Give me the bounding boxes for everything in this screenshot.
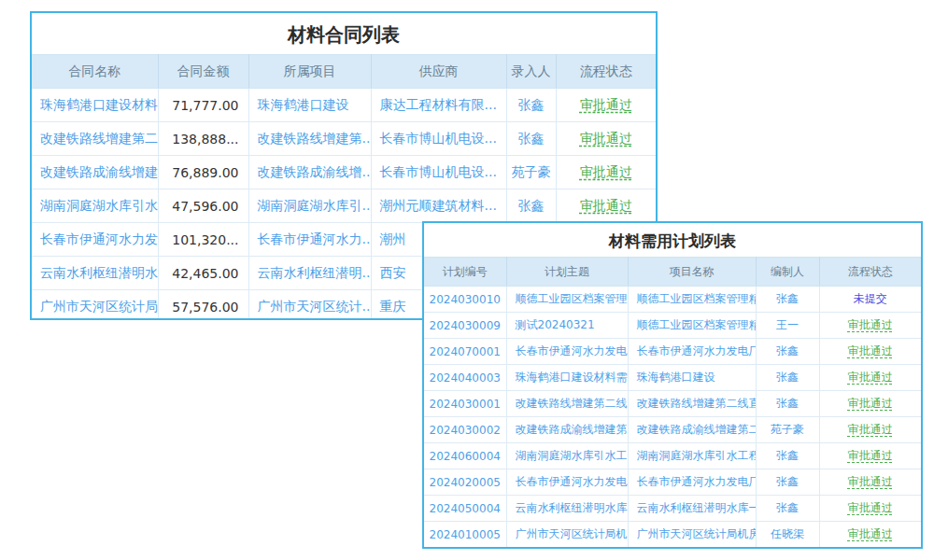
cell-plan-no[interactable]: 2024010005 xyxy=(424,522,506,548)
cell-contract-name[interactable]: 改建铁路线增建第二... xyxy=(32,122,158,156)
cell-plan-author[interactable]: 张鑫 xyxy=(756,339,819,365)
cell-plan-no[interactable]: 2024070001 xyxy=(424,339,506,365)
cell-contract-recorder[interactable]: 苑子豪 xyxy=(506,156,556,189)
cell-plan-subject[interactable]: 长春市伊通河水力发电... xyxy=(506,469,628,496)
cell-contract-project[interactable]: 改建铁路成渝线增... xyxy=(248,156,371,189)
cell-plan-no[interactable]: 2024060004 xyxy=(424,443,506,469)
cell-contract-amount: 138,888... xyxy=(158,122,248,156)
contract-header-row: 合同名称 合同金额 所属项目 供应商 录入人 流程状态 xyxy=(32,55,656,89)
cell-contract-recorder[interactable]: 张鑫 xyxy=(506,89,556,122)
cell-plan-author[interactable]: 张鑫 xyxy=(756,391,819,417)
status-badge[interactable]: 审批通过 xyxy=(819,469,921,496)
cell-plan-project[interactable]: 顺德工业园区档案管理精... xyxy=(628,287,756,313)
cell-contract-name[interactable]: 湖南洞庭湖水库引水... xyxy=(32,189,158,223)
cell-contract-supplier[interactable]: 长春市博山机电设... xyxy=(371,122,506,156)
cell-plan-project[interactable]: 云南水利枢纽潜明水库一... xyxy=(628,496,756,522)
cell-plan-project[interactable]: 改建铁路成渝线增建第二... xyxy=(628,417,756,443)
status-badge[interactable]: 审批通过 xyxy=(819,443,921,469)
cell-plan-author[interactable]: 张鑫 xyxy=(756,365,819,391)
cell-contract-project[interactable]: 改建铁路线增建第... xyxy=(248,122,371,156)
table-row[interactable]: 2024010005 广州市天河区统计局机... 广州市天河区统计局机房... … xyxy=(424,522,921,548)
cell-plan-project[interactable]: 珠海鹤港口建设 xyxy=(628,365,756,391)
cell-contract-supplier[interactable]: 长春市博山机电设... xyxy=(371,156,506,189)
cell-contract-name[interactable]: 珠海鹤港口建设材料... xyxy=(32,89,158,122)
cell-plan-author[interactable]: 张鑫 xyxy=(756,496,819,522)
table-row[interactable]: 湖南洞庭湖水库引水... 47,596.00 湖南洞庭湖水库引... 潮州元顺建… xyxy=(32,189,656,223)
column-header-contract-project: 所属项目 xyxy=(248,55,371,89)
cell-plan-subject[interactable]: 测试20240321 xyxy=(506,313,628,339)
contract-list-title: 材料合同列表 xyxy=(32,13,656,54)
column-header-plan-project: 项目名称 xyxy=(628,258,756,287)
status-badge[interactable]: 审批通过 xyxy=(556,89,656,122)
cell-contract-supplier[interactable]: 康达工程材料有限... xyxy=(371,89,506,122)
cell-contract-name[interactable]: 改建铁路成渝线增建... xyxy=(32,156,158,189)
cell-plan-no[interactable]: 2024040003 xyxy=(424,365,506,391)
cell-plan-subject[interactable]: 改建铁路成渝线增建第... xyxy=(506,417,628,443)
cell-contract-recorder[interactable]: 张鑫 xyxy=(506,189,556,223)
cell-plan-project[interactable]: 改建铁路线增建第二线直... xyxy=(628,391,756,417)
column-header-plan-author: 编制人 xyxy=(756,258,819,287)
table-row[interactable]: 2024050004 云南水利枢纽潜明水库... 云南水利枢纽潜明水库一... … xyxy=(424,496,921,522)
cell-plan-author[interactable]: 王一 xyxy=(756,313,819,339)
cell-plan-project[interactable]: 长春市伊通河水力发电厂... xyxy=(628,469,756,496)
status-badge[interactable]: 审批通过 xyxy=(819,365,921,391)
cell-plan-project[interactable]: 顺德工业园区档案管理精... xyxy=(628,313,756,339)
column-header-contract-supplier: 供应商 xyxy=(371,55,506,89)
table-row[interactable]: 2024030001 改建铁路线增建第二线... 改建铁路线增建第二线直... … xyxy=(424,391,921,417)
table-row[interactable]: 2024040003 珠海鹤港口建设材料需... 珠海鹤港口建设 张鑫 审批通过 xyxy=(424,365,921,391)
status-badge[interactable]: 审批通过 xyxy=(556,189,656,223)
cell-contract-supplier[interactable]: 潮州元顺建筑材料... xyxy=(371,189,506,223)
cell-plan-subject[interactable]: 长春市伊通河水力发电... xyxy=(506,339,628,365)
cell-plan-author[interactable]: 张鑫 xyxy=(756,469,819,496)
cell-plan-project[interactable]: 广州市天河区统计局机房... xyxy=(628,522,756,548)
plan-list-card: 材料需用计划列表 计划编号 计划主题 项目名称 编制人 流程状态 2024030… xyxy=(422,221,923,549)
table-row[interactable]: 2024060004 湖南洞庭湖水库引水工... 湖南洞庭湖水库引水工程... … xyxy=(424,443,921,469)
table-row[interactable]: 改建铁路线增建第二... 138,888... 改建铁路线增建第... 长春市博… xyxy=(32,122,656,156)
cell-plan-subject[interactable]: 珠海鹤港口建设材料需... xyxy=(506,365,628,391)
status-badge[interactable]: 审批通过 xyxy=(556,156,656,189)
cell-plan-subject[interactable]: 改建铁路线增建第二线... xyxy=(506,391,628,417)
cell-contract-project[interactable]: 广州市天河区统计... xyxy=(248,290,371,321)
cell-contract-recorder[interactable]: 张鑫 xyxy=(506,122,556,156)
cell-plan-subject[interactable]: 广州市天河区统计局机... xyxy=(506,522,628,548)
cell-plan-subject[interactable]: 云南水利枢纽潜明水库... xyxy=(506,496,628,522)
cell-plan-no[interactable]: 2024020005 xyxy=(424,469,506,496)
cell-contract-project[interactable]: 长春市伊通河水力... xyxy=(248,223,371,257)
status-badge[interactable]: 审批通过 xyxy=(819,339,921,365)
cell-plan-author[interactable]: 张鑫 xyxy=(756,443,819,469)
table-row[interactable]: 2024030010 顺德工业园区档案管理... 顺德工业园区档案管理精... … xyxy=(424,287,921,313)
cell-plan-no[interactable]: 2024030010 xyxy=(424,287,506,313)
cell-contract-project[interactable]: 湖南洞庭湖水库引... xyxy=(248,189,371,223)
cell-plan-subject[interactable]: 顺德工业园区档案管理... xyxy=(506,287,628,313)
cell-plan-author[interactable]: 张鑫 xyxy=(756,287,819,313)
cell-contract-name[interactable]: 长春市伊通河水力发... xyxy=(32,223,158,257)
status-badge[interactable]: 审批通过 xyxy=(819,417,921,443)
table-row[interactable]: 改建铁路成渝线增建... 76,889.00 改建铁路成渝线增... 长春市博山… xyxy=(32,156,656,189)
table-row[interactable]: 珠海鹤港口建设材料... 71,777.00 珠海鹤港口建设 康达工程材料有限.… xyxy=(32,89,656,122)
status-badge[interactable]: 审批通过 xyxy=(819,522,921,548)
cell-plan-author[interactable]: 苑子豪 xyxy=(756,417,819,443)
table-row[interactable]: 2024070001 长春市伊通河水力发电... 长春市伊通河水力发电厂... … xyxy=(424,339,921,365)
cell-plan-project[interactable]: 长春市伊通河水力发电厂... xyxy=(628,339,756,365)
cell-plan-no[interactable]: 2024050004 xyxy=(424,496,506,522)
cell-contract-project[interactable]: 云南水利枢纽潜明... xyxy=(248,257,371,290)
table-row[interactable]: 2024020005 长春市伊通河水力发电... 长春市伊通河水力发电厂... … xyxy=(424,469,921,496)
cell-plan-project[interactable]: 湖南洞庭湖水库引水工程... xyxy=(628,443,756,469)
status-badge[interactable]: 审批通过 xyxy=(819,313,921,339)
cell-plan-no[interactable]: 2024030001 xyxy=(424,391,506,417)
cell-contract-name[interactable]: 云南水利枢纽潜明水... xyxy=(32,257,158,290)
status-badge[interactable]: 审批通过 xyxy=(819,391,921,417)
cell-plan-subject[interactable]: 湖南洞庭湖水库引水工... xyxy=(506,443,628,469)
table-row[interactable]: 2024030009 测试20240321 顺德工业园区档案管理精... 王一 … xyxy=(424,313,921,339)
cell-plan-no[interactable]: 2024030009 xyxy=(424,313,506,339)
status-badge[interactable]: 未提交 xyxy=(819,287,921,313)
cell-plan-no[interactable]: 2024030002 xyxy=(424,417,506,443)
status-badge[interactable]: 审批通过 xyxy=(556,122,656,156)
column-header-contract-recorder: 录入人 xyxy=(506,55,556,89)
cell-contract-project[interactable]: 珠海鹤港口建设 xyxy=(248,89,371,122)
table-row[interactable]: 2024030002 改建铁路成渝线增建第... 改建铁路成渝线增建第二... … xyxy=(424,417,921,443)
cell-plan-author[interactable]: 任晓渠 xyxy=(756,522,819,548)
plan-header-row: 计划编号 计划主题 项目名称 编制人 流程状态 xyxy=(424,258,921,287)
cell-contract-name[interactable]: 广州市天河区统计局... xyxy=(32,290,158,321)
status-badge[interactable]: 审批通过 xyxy=(819,496,921,522)
